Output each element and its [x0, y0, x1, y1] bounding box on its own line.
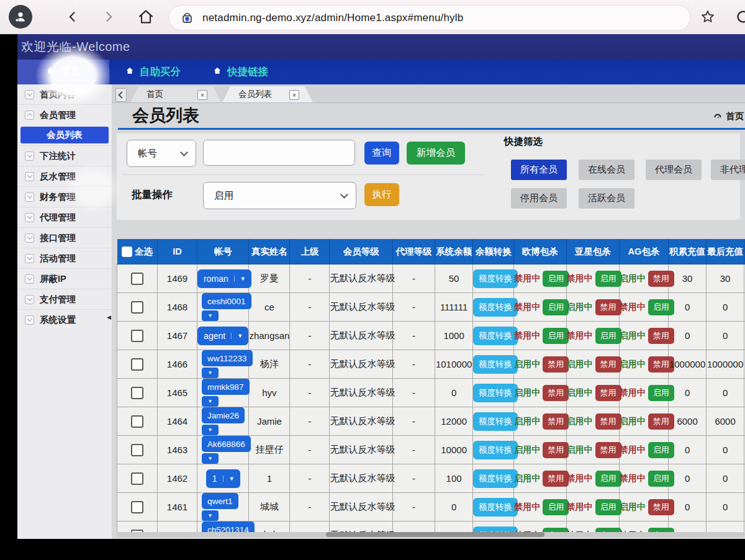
enable-button[interactable]: 启用	[648, 299, 674, 315]
sidebar-item-1[interactable]: 首页内容	[17, 84, 112, 104]
enable-button[interactable]: 启用	[543, 299, 569, 315]
account-button[interactable]: mmkk987	[202, 379, 250, 395]
quick-filter-button[interactable]: 活跃会员	[579, 188, 634, 209]
row-checkbox[interactable]	[131, 358, 143, 371]
disable-button[interactable]: 禁用	[648, 499, 674, 515]
content-tab-2[interactable]: 会员列表×	[222, 86, 313, 102]
execute-button[interactable]: 执行	[364, 183, 399, 206]
enable-button[interactable]: 启用	[648, 442, 674, 458]
account-button[interactable]: 1▼	[206, 469, 240, 488]
caret-down-icon[interactable]: ▼	[234, 276, 251, 282]
quota-transfer-button[interactable]: 额度转换	[473, 384, 518, 402]
disable-button[interactable]: 禁用	[648, 413, 674, 430]
batch-action-select[interactable]: 启用	[203, 182, 356, 209]
column-header[interactable]: 上级	[290, 239, 330, 264]
sidebar-item-10[interactable]: 屏蔽IP	[17, 268, 112, 289]
enable-button[interactable]: 启用	[648, 471, 674, 487]
account-caret-button[interactable]: ▼	[202, 510, 219, 521]
account-button[interactable]: Ak668866	[202, 436, 251, 452]
account-caret-button[interactable]: ▼	[202, 453, 219, 464]
row-checkbox[interactable]	[131, 273, 143, 285]
column-header[interactable]: AG包杀	[619, 239, 668, 264]
enable-button[interactable]: 启用	[543, 271, 569, 287]
account-button[interactable]: agent▼	[197, 327, 248, 345]
column-header[interactable]: 余额转换	[473, 239, 514, 264]
query-button[interactable]: 查询	[364, 142, 399, 165]
back-icon[interactable]	[65, 9, 81, 25]
enable-button[interactable]: 启用	[543, 528, 569, 533]
quick-filter-button[interactable]: 在线会员	[579, 160, 634, 180]
home-icon[interactable]	[137, 7, 155, 26]
quota-transfer-button[interactable]: 额度转换	[473, 327, 518, 345]
horizontal-scrollbar[interactable]	[117, 532, 745, 537]
sidebar-item-2[interactable]: 会员管理	[17, 104, 112, 125]
refresh-icon[interactable]	[734, 7, 745, 26]
quota-transfer-button[interactable]: 额度转换	[473, 355, 518, 374]
row-checkbox[interactable]	[131, 301, 143, 314]
enable-button[interactable]: 启用	[648, 385, 674, 401]
quick-filter-button[interactable]: 代理会员	[646, 160, 702, 180]
sidebar-item-7[interactable]: 代理管理	[17, 207, 112, 227]
column-header[interactable]: 亚星包杀	[566, 239, 619, 264]
account-button[interactable]: ceshi0001	[202, 293, 251, 309]
search-input[interactable]	[203, 140, 355, 166]
quota-transfer-button[interactable]: 额度转换	[473, 269, 518, 288]
column-header[interactable]: 全选	[117, 239, 158, 264]
scrollbar-thumb[interactable]	[326, 532, 544, 537]
account-button[interactable]: qwert1	[202, 493, 238, 509]
sidebar-item-8[interactable]: 接口管理	[17, 227, 112, 248]
sidebar-item-6[interactable]: 财务管理	[17, 186, 112, 207]
select-all-checkbox[interactable]	[122, 246, 132, 257]
account-button[interactable]: cb5201314	[202, 522, 255, 532]
quota-transfer-button[interactable]: 额度转换	[473, 526, 518, 533]
quota-transfer-button[interactable]: 额度转换	[473, 298, 518, 317]
quick-filter-button[interactable]: 停用会员	[511, 188, 567, 209]
disable-button[interactable]: 禁用	[595, 299, 621, 315]
disable-button[interactable]: 禁用	[543, 413, 569, 430]
row-checkbox[interactable]	[131, 387, 143, 399]
close-icon[interactable]: ×	[197, 90, 207, 100]
column-header[interactable]: 代理等级	[393, 239, 435, 264]
sidebar-item-active[interactable]: 会员列表	[20, 127, 109, 143]
disable-button[interactable]: 禁用	[595, 356, 621, 373]
quota-transfer-button[interactable]: 额度转换	[473, 469, 518, 488]
enable-button[interactable]: 启用	[543, 499, 569, 515]
disable-button[interactable]: 禁用	[543, 442, 569, 458]
breadcrumb[interactable]: 首页	[713, 111, 744, 122]
content-tab-1[interactable]: 首页×	[130, 86, 221, 102]
bookmark-star-icon[interactable]	[699, 8, 716, 25]
disable-button[interactable]: 禁用	[595, 413, 621, 430]
quick-filter-button[interactable]: 所有全员	[511, 160, 567, 180]
sidebar-item-11[interactable]: 支付管理	[17, 289, 112, 309]
quota-transfer-button[interactable]: 额度转换	[473, 412, 518, 431]
account-button[interactable]: Jamie26	[202, 407, 245, 423]
disable-button[interactable]: 禁用	[595, 442, 621, 458]
enable-button[interactable]: 启用	[595, 528, 621, 533]
account-caret-button[interactable]: ▼	[202, 368, 219, 378]
disable-button[interactable]: 禁用	[595, 385, 621, 401]
disable-button[interactable]: 禁用	[543, 471, 569, 487]
column-header[interactable]: 帐号	[197, 239, 249, 264]
account-caret-button[interactable]: ▼	[202, 396, 219, 407]
close-icon[interactable]: ×	[289, 90, 299, 100]
sidebar-item-9[interactable]: 活动管理	[17, 248, 112, 268]
url-bar[interactable]: netadmin.ng-demo.xyz/admin/Home1.aspx#me…	[169, 5, 690, 30]
sidebar-item-12[interactable]: 系统设置	[17, 309, 112, 330]
disable-button[interactable]: 禁用	[543, 356, 569, 373]
enable-button[interactable]: 启用	[595, 499, 621, 515]
tabstrip-prev-button[interactable]	[115, 88, 127, 102]
add-member-button[interactable]: 新增会员	[407, 142, 465, 165]
quota-transfer-button[interactable]: 额度转换	[473, 498, 518, 517]
row-checkbox[interactable]	[131, 415, 143, 428]
row-checkbox[interactable]	[131, 330, 143, 342]
account-caret-button[interactable]: ▼	[202, 310, 219, 321]
sidebar-item-4[interactable]: 下注统计	[17, 145, 112, 166]
disable-button[interactable]: 禁用	[543, 385, 569, 401]
search-field-select[interactable]: 帐号	[127, 140, 196, 167]
account-caret-button[interactable]: ▼	[202, 425, 219, 435]
row-checkbox[interactable]	[131, 444, 143, 456]
quota-transfer-button[interactable]: 额度转换	[473, 441, 518, 459]
column-header[interactable]: ID	[158, 239, 197, 264]
caret-down-icon[interactable]: ▼	[223, 476, 240, 482]
quick-filter-button[interactable]: 非代理会员	[711, 160, 745, 180]
